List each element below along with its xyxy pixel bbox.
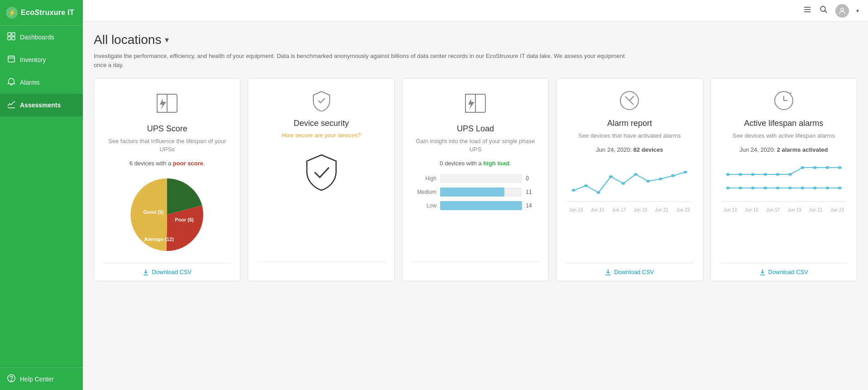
svg-point-64	[788, 187, 791, 189]
page-description: Investigate the performance, efficiency,…	[94, 52, 637, 69]
sidebar-item-alarms[interactable]: Alarms	[0, 71, 83, 94]
svg-point-53	[776, 173, 779, 176]
svg-point-66	[813, 187, 816, 189]
inventory-icon	[7, 55, 15, 65]
ups-score-card: UPS Score See factors that influence the…	[94, 78, 240, 281]
location-dropdown-icon[interactable]: ▾	[165, 35, 169, 45]
bar-fill-low	[440, 201, 522, 210]
ups-load-subtitle: Gain insight into the load of your singl…	[412, 137, 539, 154]
alarm-report-footer: Download CSV	[566, 263, 693, 281]
bar-track-medium	[440, 188, 522, 197]
active-lifespan-x-labels: Jun 13 Jun 15 Jun 17 Jun 19 Jun 21 Jun 2…	[722, 207, 846, 212]
svg-point-37	[622, 182, 625, 185]
svg-point-16	[820, 6, 825, 11]
svg-marker-29	[468, 99, 475, 110]
ups-score-subtitle: See factors that influence the lifespan …	[103, 137, 231, 154]
bar-value-high: 0	[526, 175, 535, 182]
bar-label-medium: Medium	[416, 189, 436, 195]
active-lifespan-stat: Jun 24, 2020: 2 alarms activated	[739, 146, 828, 153]
sidebar-item-assessments[interactable]: Assessments	[0, 94, 83, 116]
logo-icon: ⚡	[5, 6, 18, 19]
svg-point-40	[659, 178, 662, 180]
active-lifespan-title: Active lifespan alarms	[744, 119, 823, 128]
bar-label-low: Low	[416, 202, 436, 209]
ups-load-footer	[412, 261, 539, 281]
svg-point-50	[739, 173, 742, 176]
list-icon[interactable]	[803, 5, 812, 16]
active-lifespan-card: Active lifespan alarms See devices with …	[710, 78, 857, 281]
svg-point-36	[609, 175, 613, 178]
ups-score-chart: Good (5) Poor (6) Average (12)	[126, 174, 208, 255]
active-lifespan-chart: Jun 13 Jun 15 Jun 17 Jun 19 Jun 21 Jun 2…	[720, 159, 848, 212]
svg-point-49	[726, 173, 729, 176]
alarm-report-download[interactable]: Download CSV	[566, 269, 693, 275]
active-lifespan-icon	[773, 90, 795, 113]
device-security-shield	[301, 152, 342, 195]
alarm-report-stat: Jun 24, 2020: 82 devices	[596, 146, 663, 153]
alarm-report-x-labels: Jun 13 Jun 15 Jun 17 Jun 19 Jun 21 Jun 2…	[567, 207, 691, 212]
logo: ⚡ EcoStruxure IT	[0, 0, 83, 26]
active-lifespan-subtitle: See devices with active lifespan alarms	[733, 132, 835, 140]
sidebar-item-dashboards-label: Dashboards	[20, 34, 54, 41]
svg-text:⚡: ⚡	[8, 9, 16, 17]
svg-text:Good (5): Good (5)	[144, 209, 164, 215]
alarms-icon	[7, 77, 15, 87]
bar-row-medium: Medium 11	[416, 188, 535, 197]
ups-load-title: UPS Load	[457, 124, 494, 134]
svg-point-42	[684, 171, 687, 173]
svg-point-59	[726, 187, 729, 189]
svg-point-62	[763, 187, 767, 189]
bar-value-medium: 11	[526, 189, 535, 195]
svg-point-65	[801, 187, 804, 189]
dashboard-icon	[7, 32, 15, 42]
device-security-card: Device security How secure are your devi…	[248, 78, 394, 281]
page-header: All locations ▾ Investigate the performa…	[94, 33, 857, 69]
help-center-label: Help Center	[20, 376, 54, 383]
svg-rect-5	[12, 37, 15, 40]
sidebar-item-inventory[interactable]: Inventory	[0, 48, 83, 71]
svg-point-58	[838, 166, 841, 169]
svg-point-56	[813, 166, 816, 169]
device-security-subtitle: How secure are your devices?	[282, 132, 361, 139]
help-icon	[7, 374, 15, 384]
alarm-report-card: Alarm report See devices that have activ…	[556, 78, 703, 281]
device-security-footer	[257, 261, 385, 281]
sidebar-item-inventory-label: Inventory	[20, 56, 46, 63]
user-avatar[interactable]	[835, 4, 849, 18]
user-chevron-icon[interactable]: ▾	[856, 8, 859, 14]
svg-text:Average (12): Average (12)	[144, 236, 174, 242]
ups-score-title: UPS Score	[147, 124, 187, 134]
ups-score-download[interactable]: Download CSV	[103, 269, 231, 275]
svg-point-18	[841, 8, 844, 11]
cards-container: UPS Score See factors that influence the…	[94, 78, 857, 281]
ups-load-no-download	[475, 268, 476, 275]
svg-point-68	[838, 187, 841, 189]
search-icon[interactable]	[819, 5, 828, 16]
svg-rect-4	[8, 37, 11, 40]
svg-point-55	[801, 166, 804, 169]
assessments-icon	[7, 100, 15, 110]
bar-row-low: Low 14	[416, 201, 535, 210]
sidebar-item-assessments-label: Assessments	[20, 101, 61, 109]
bar-track-high	[440, 174, 522, 183]
alarm-report-icon	[619, 90, 640, 113]
svg-point-60	[739, 187, 742, 189]
active-lifespan-download[interactable]: Download CSV	[720, 269, 848, 275]
svg-point-38	[634, 173, 638, 176]
svg-rect-3	[12, 33, 15, 36]
sidebar-item-dashboards[interactable]: Dashboards	[0, 26, 83, 48]
help-center-item[interactable]: Help Center	[0, 367, 83, 390]
svg-point-51	[751, 173, 754, 176]
active-lifespan-footer: Download CSV	[720, 263, 848, 281]
svg-line-17	[825, 11, 827, 13]
svg-marker-21	[160, 99, 166, 110]
page-content: All locations ▾ Investigate the performa…	[83, 22, 868, 390]
alarm-report-title: Alarm report	[607, 119, 652, 128]
svg-point-61	[751, 187, 754, 189]
bar-row-high: High 0	[416, 174, 535, 183]
svg-line-31	[629, 96, 634, 101]
logo-text: EcoStruxure IT	[21, 9, 74, 17]
svg-point-54	[788, 173, 791, 176]
svg-point-63	[776, 187, 779, 189]
ups-load-icon	[462, 90, 489, 119]
